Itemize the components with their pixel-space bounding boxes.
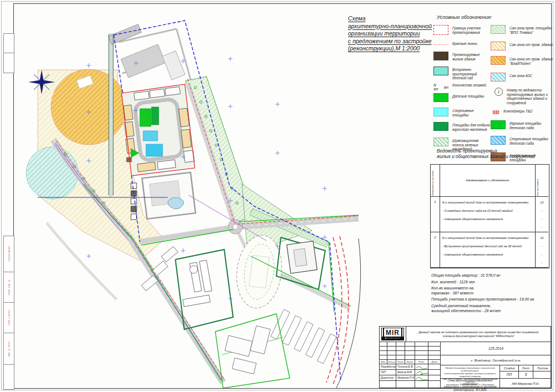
stadium — [233, 233, 285, 311]
site-plan-map — [14, 4, 375, 388]
side-stamp-label: Взам. инв. № — [8, 279, 11, 295]
noise-strip-swatch — [433, 138, 448, 146]
project-location: г. Владимир, Октябрьский р-н. — [441, 355, 552, 365]
waste-container-swatch — [493, 110, 500, 114]
title-line: с предложением по застройке — [348, 38, 440, 45]
legend-heading: Условные обозначения: — [437, 14, 492, 20]
document-number: 125-2014 — [441, 342, 552, 355]
legend-item: Сан-зона от пром. здания — [491, 41, 553, 55]
kinder-sport-swatch — [491, 136, 506, 145]
column-header-mark: Обозначение на плане — [431, 165, 435, 197]
legend-column-1: Граница участка проектирования Красные л… — [433, 24, 490, 152]
stage-value: ПП — [500, 371, 519, 379]
side-stamp-top — [3, 33, 14, 73]
sheet-number: 5 — [519, 371, 533, 379]
title-block: MIR Architect Данный чертеж не подлежит … — [379, 326, 551, 388]
stage-sheet-table: Стадия Лист Листов ПП 5 — [500, 365, 552, 379]
side-stamp-label: Согласовано — [8, 246, 11, 262]
column-header-floors: Кол-во этажей — [536, 165, 540, 197]
drawing-title: Схема архитектурно-планировочной организ… — [348, 15, 440, 53]
kindergarten-swatch — [433, 67, 448, 75]
title-line: организации территории — [348, 30, 440, 38]
residential-building-swatch — [433, 52, 448, 60]
sport-ground-swatch — [433, 108, 448, 116]
schedule-row-description: 6-и секционный жилой дом со встроенными … — [440, 197, 536, 232]
person-role: Директор — [380, 375, 396, 381]
legend-item: Контейнеры ТБО — [491, 108, 553, 120]
side-stamp-label: Подп. и дата — [8, 310, 11, 326]
schedule-row-description: 6-и секционный жилой дом со встроенными … — [440, 232, 536, 268]
person-role: Разработал — [380, 364, 396, 370]
legend-item: Красные линии — [433, 40, 490, 51]
project-statistics: Общая площадь квартир : 31 578,0 м² Кол.… — [431, 272, 551, 313]
floors-symbol: N эт эт — [433, 82, 448, 91]
legend-item: Проектируемые жилые здания — [433, 51, 490, 66]
children-playground-swatch — [433, 93, 448, 102]
sanzone-cyan-swatch — [491, 73, 506, 82]
person-name: Байков М.В. — [396, 370, 415, 375]
schedule-row-number: 1 — [431, 197, 440, 232]
red-line-swatch — [433, 44, 448, 45]
signatures — [415, 365, 429, 383]
drawing-sheet: Согласовано Взам. инв. № Подп. и дата Ин… — [0, 0, 555, 392]
legend-item: Встроенно-пристроенный детский сад — [433, 66, 490, 82]
buildings-schedule: Ведомость проектируемых жилых и обществе… — [430, 149, 549, 268]
project-description: Проект планировки территории, ограниченн… — [441, 365, 500, 379]
legend-item: Спортивные площадки — [433, 107, 490, 121]
schedule-number-symbol: 1 — [495, 88, 503, 96]
firm-name: АМ Мержоев П.Н. — [500, 379, 552, 389]
plot-boundary-swatch — [433, 25, 448, 35]
person-name: Тихонов Е.В. — [396, 364, 415, 370]
person-name: Мержоев П.Н. — [396, 375, 415, 381]
legend-item: Сан-зона от пром. здания "ВладПойнт" — [491, 55, 553, 72]
copyright-note: Данный чертеж не подлежит размножению ил… — [406, 327, 552, 342]
title-line: (реконструкции),М 1:2000 — [348, 45, 440, 53]
schedule-row-floors: 12 - - - — [536, 197, 548, 232]
schedule-row-floors: 12 - - - — [536, 232, 548, 268]
schedule-row-number: 2 — [431, 232, 440, 268]
column-header-name: Наименование и обозначение — [440, 165, 536, 197]
schedule-table: Обозначение на плане Наименование и обоз… — [430, 164, 549, 268]
legend-item: Площадки для отдыха взрослого населения — [433, 121, 490, 137]
revision-table: Изм. Кол.уч Лист №док. Подп. Дата Разраб… — [380, 342, 441, 389]
adult-rest-swatch — [433, 122, 448, 131]
schedule-title: Ведомость проектируемых жилых и обществе… — [437, 149, 549, 160]
title-line: архитектурно-планировочной — [348, 23, 440, 30]
sanzone-green-swatch — [491, 25, 506, 34]
sanzone-beige-swatch — [491, 42, 506, 50]
legend-item: Детские площадки — [433, 93, 490, 107]
legend-column-2: Сан-зона пром. площадки "ВПО Точмаш" Сан… — [491, 24, 553, 166]
legend-item: N эт эт Количество этажей — [433, 82, 490, 93]
kinder-play-swatch — [491, 120, 506, 129]
legend-item: Сан-зона АЗС — [491, 72, 553, 86]
sanzone-teal-circle — [26, 147, 78, 199]
person-role: ГАП — [380, 370, 396, 375]
legend-item: Граница участка проектирования — [433, 24, 490, 40]
side-stamp-label: Инв. № подл. — [8, 341, 11, 357]
sheet-title: Схема архитектурно-планировочной организ… — [441, 379, 500, 389]
legend-item: 1 Номер по ведомости проектируемых жилых… — [491, 86, 553, 108]
residential-block — [122, 84, 195, 176]
firm-logo: MIR Architect — [380, 327, 406, 342]
legend-item: Сан-зона пром. площадки "ВПО Точмаш" — [491, 24, 553, 41]
sanzone-orange-swatch — [491, 56, 506, 65]
side-stamp: Согласовано Взам. инв. № Подп. и дата Ин… — [3, 236, 14, 390]
title-line: Схема — [348, 15, 440, 23]
legend-item: Игровые площадки детского сада — [491, 120, 553, 135]
